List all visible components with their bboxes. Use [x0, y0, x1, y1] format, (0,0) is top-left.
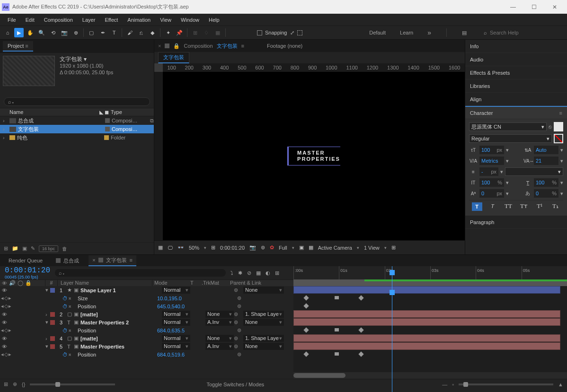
parent-dropdown[interactable]: 1. Shape Laye▾: [243, 311, 284, 318]
lock-icon[interactable]: 🔒: [173, 43, 180, 49]
zoom-tool[interactable]: 🔍: [37, 28, 46, 37]
layer-row[interactable]: 👁 ▾ 1 ★ ▣ Shape Layer 1 Normal▾ ⊚ None▾: [0, 286, 293, 294]
keyframe[interactable]: [335, 328, 339, 331]
property-value[interactable]: 684.0,635.5: [157, 328, 185, 333]
stroke-width-input[interactable]: -px: [479, 167, 498, 176]
twirl-icon[interactable]: ▾: [45, 287, 50, 293]
blend-mode-dropdown[interactable]: Normal▾: [162, 335, 190, 342]
minimize-button[interactable]: —: [506, 4, 520, 10]
eye-icon[interactable]: 👁: [2, 312, 8, 317]
roi-icon[interactable]: ▣: [299, 244, 304, 251]
prev-key-icon[interactable]: ◂: [1, 351, 4, 357]
project-item[interactable]: › 总合成 Composi… ⧉: [0, 116, 154, 125]
parent-dropdown[interactable]: None▾: [243, 287, 284, 294]
twirl-icon[interactable]: ›: [45, 312, 50, 317]
faux-bold-button[interactable]: T: [472, 202, 482, 211]
menu-window[interactable]: Window: [176, 17, 204, 23]
time-display[interactable]: 0:00:01:20: [220, 245, 245, 251]
layer-row[interactable]: 👁 ▾ 5 T ▣ Master Properties Normal▾ A.In…: [0, 342, 293, 350]
expression-pickwhip-icon[interactable]: ⊚: [237, 327, 293, 333]
menu-help[interactable]: Help: [204, 17, 224, 23]
draft-3d-icon[interactable]: ✱: [238, 270, 242, 276]
pickwhip-icon[interactable]: ⊚: [234, 287, 243, 293]
workspace-learn[interactable]: Learn: [400, 30, 413, 35]
tl-render-icon[interactable]: ⊕: [13, 381, 17, 387]
property-value[interactable]: 645.0,540.0: [157, 304, 185, 309]
close-button[interactable]: ✕: [548, 4, 561, 10]
layer-row[interactable]: 👁 ▾ 3 T ▣ Master Properties 2 Normal▾ A.…: [0, 318, 293, 326]
timeline-tab[interactable]: ×文字包装≡: [89, 255, 136, 266]
kerning-input[interactable]: Metrics: [479, 157, 504, 165]
eye-icon[interactable]: 👁: [2, 320, 8, 325]
faux-italic-button[interactable]: T: [487, 202, 498, 211]
project-search-input[interactable]: ⌕▾: [4, 97, 150, 106]
item-tag[interactable]: [105, 127, 110, 131]
snapping-edges-icon[interactable]: ⤢: [290, 30, 294, 36]
stopwatch-icon[interactable]: ⏱: [62, 328, 68, 333]
trkmat-dropdown[interactable]: None▾: [205, 335, 234, 342]
type-tool[interactable]: T: [109, 28, 119, 37]
help-search-input[interactable]: [490, 30, 556, 35]
menu-file[interactable]: File: [3, 17, 21, 23]
twirl-icon[interactable]: ›: [3, 126, 8, 132]
layer-row[interactable]: 👁 › 4 ▢ ▣ [matte] Normal▾ None▾ ⊚ 1. Sha…: [0, 334, 293, 342]
twirl-icon[interactable]: ›: [45, 336, 50, 341]
twirl-icon[interactable]: ›: [3, 118, 8, 123]
workspace-default[interactable]: Default: [369, 30, 386, 35]
tl-braces-icon[interactable]: {}: [22, 382, 25, 387]
blend-mode-dropdown[interactable]: Normal▾: [162, 287, 190, 294]
layer-name-col[interactable]: Layer Name: [58, 280, 152, 286]
keyframe[interactable]: [303, 303, 309, 308]
resolution-dropdown[interactable]: Full: [279, 245, 287, 251]
comp-thumbnail[interactable]: [3, 56, 55, 86]
paragraph-panel-header[interactable]: Paragraph: [465, 216, 567, 229]
property-row[interactable]: ◂◇▸ ⏱ ⌅ Position 684.0,519.6 ⊚: [0, 350, 293, 358]
trkmat-dropdown[interactable]: A.Inv▾: [205, 319, 234, 326]
layer-name[interactable]: Master Properties: [80, 344, 162, 349]
stroke-color[interactable]: [554, 134, 563, 143]
color-tag[interactable]: [50, 312, 55, 317]
baseline-input[interactable]: 0px: [479, 189, 504, 198]
expression-pickwhip-icon[interactable]: ⊚: [237, 295, 293, 301]
graph-icon[interactable]: ⌅: [68, 351, 72, 357]
menu-effect[interactable]: Effect: [100, 17, 123, 23]
transparency-grid-icon[interactable]: ▦: [309, 244, 313, 251]
snapping-box-icon[interactable]: [297, 30, 302, 35]
layer-bar[interactable]: [293, 342, 560, 350]
project-col-type[interactable]: Type: [111, 109, 154, 115]
graph-editor-icon[interactable]: ⊞: [275, 270, 279, 276]
layer-num-col[interactable]: #: [45, 280, 58, 286]
next-key-icon[interactable]: ▸: [9, 303, 11, 309]
twirl-icon[interactable]: ▾: [45, 343, 50, 349]
keyframe[interactable]: [303, 327, 309, 332]
timeline-timecode[interactable]: 0:00:01:20: [5, 266, 50, 275]
color-tag[interactable]: [50, 336, 55, 341]
prev-key-icon[interactable]: ◂: [1, 327, 4, 333]
roto-tool[interactable]: ✦: [163, 28, 173, 37]
eraser-tool[interactable]: ◆: [148, 28, 157, 37]
show-snapshot-icon[interactable]: ⊚: [261, 244, 265, 251]
trash-icon[interactable]: 🗑: [62, 246, 67, 252]
layer-name[interactable]: Master Properties 2: [80, 320, 162, 325]
add-key-icon[interactable]: ◇: [4, 295, 8, 301]
pickwhip-icon[interactable]: ⊚: [234, 343, 243, 349]
workspace-reset-icon[interactable]: ▤: [462, 30, 467, 36]
font-family-dropdown[interactable]: 思源黑体 CN▾: [469, 122, 547, 131]
expression-pickwhip-icon[interactable]: ⊚: [237, 351, 293, 357]
rectangle-tool[interactable]: ▢: [87, 28, 96, 37]
next-key-icon[interactable]: ▸: [9, 351, 11, 357]
allcaps-button[interactable]: TT: [503, 202, 514, 211]
next-key-icon[interactable]: ▸: [9, 327, 11, 333]
keyframe[interactable]: [358, 351, 363, 357]
zoom-in-icon[interactable]: ▲: [558, 382, 563, 387]
layer-name[interactable]: [matte]: [80, 312, 162, 317]
tsume-input[interactable]: 0%: [534, 189, 558, 198]
twirl-icon[interactable]: ▾: [45, 319, 50, 325]
superscript-button[interactable]: T¹: [534, 202, 545, 211]
smallcaps-button[interactable]: Tᴛ: [519, 202, 529, 211]
camera-tool[interactable]: 📷: [60, 28, 69, 37]
leading-input[interactable]: Auto: [534, 146, 558, 154]
property-row[interactable]: ◂◇▸ ⏱ ⌅ Position 684.0,635.5 ⊚: [0, 326, 293, 334]
maximize-button[interactable]: ☐: [527, 4, 540, 10]
subscript-button[interactable]: T₁: [550, 202, 560, 211]
